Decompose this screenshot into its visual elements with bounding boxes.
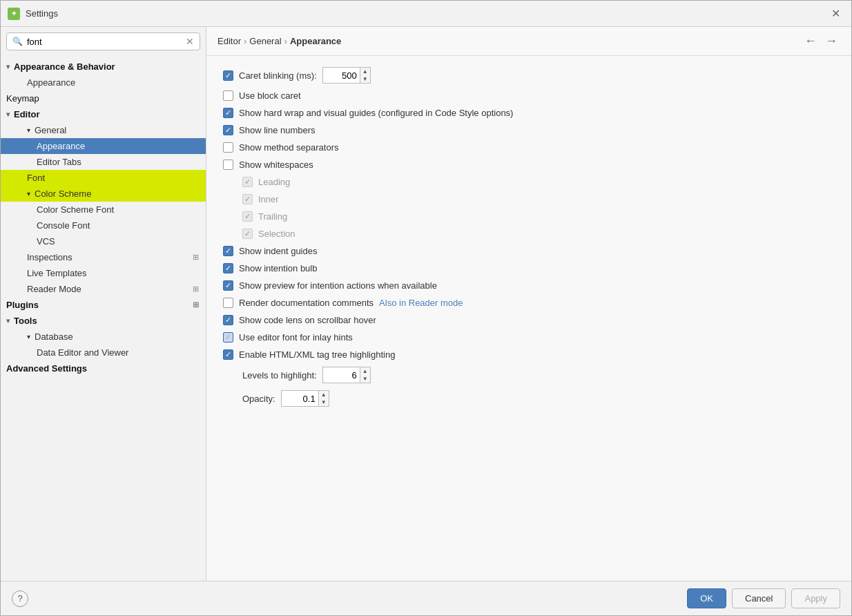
inner-row: Inner bbox=[223, 194, 835, 204]
spinbox-up-button[interactable]: ▲ bbox=[360, 68, 370, 75]
sidebar-item-tools[interactable]: ▾ Tools bbox=[1, 313, 206, 329]
main-panel: Editor › General › Appearance ← → Caret … bbox=[206, 27, 851, 581]
show-hard-wrap-label: Show hard wrap and visual guides (config… bbox=[239, 108, 513, 118]
breadcrumb-general: General bbox=[249, 36, 281, 46]
use-editor-font-checkbox[interactable] bbox=[223, 332, 233, 343]
sidebar-item-appearance[interactable]: Appearance bbox=[1, 75, 206, 90]
spinbox-arrows: ▲ ▼ bbox=[360, 67, 371, 84]
spinbox-up-button[interactable]: ▲ bbox=[319, 391, 329, 398]
sidebar-item-label: Database bbox=[35, 331, 73, 342]
render-documentation-checkbox[interactable] bbox=[223, 298, 233, 308]
spinbox-down-button[interactable]: ▼ bbox=[360, 375, 370, 383]
show-code-lens-checkbox[interactable] bbox=[223, 315, 233, 325]
sidebar-item-label: Color Scheme bbox=[35, 189, 91, 199]
show-preview-intention-label: Show preview for intention actions when … bbox=[239, 280, 437, 291]
caret-blinking-input[interactable] bbox=[322, 67, 360, 84]
levels-highlight-row: Levels to highlight: ▲ ▼ bbox=[223, 367, 835, 383]
selection-checkbox bbox=[242, 229, 253, 239]
reader-mode-link[interactable]: Also in Reader mode bbox=[379, 298, 463, 308]
show-indent-guides-checkbox[interactable] bbox=[223, 246, 233, 256]
sidebar-item-data-editor-viewer[interactable]: Data Editor and Viewer bbox=[1, 345, 206, 360]
sidebar-item-editor-tabs[interactable]: Editor Tabs bbox=[1, 154, 206, 170]
show-intention-bulb-checkbox[interactable] bbox=[223, 263, 233, 273]
spinbox-up-button[interactable]: ▲ bbox=[360, 367, 370, 375]
sidebar-item-keymap[interactable]: Keymap bbox=[1, 90, 206, 106]
search-clear-button[interactable]: ✕ bbox=[186, 36, 194, 47]
sidebar-item-font[interactable]: Font bbox=[1, 170, 206, 186]
show-line-numbers-row: Show line numbers bbox=[223, 125, 835, 135]
apply-button[interactable]: Apply bbox=[791, 588, 840, 608]
leading-checkbox bbox=[242, 177, 253, 187]
search-input[interactable] bbox=[27, 37, 182, 47]
caret-blinking-checkbox[interactable] bbox=[223, 70, 233, 81]
show-line-numbers-checkbox[interactable] bbox=[223, 125, 233, 135]
sidebar-item-label: General bbox=[35, 125, 66, 135]
show-indent-guides-row: Show indent guides bbox=[223, 246, 835, 256]
title-bar: ✦ Settings ✕ bbox=[1, 1, 851, 27]
sidebar-item-appearance-behavior[interactable]: ▾ Appearance & Behavior bbox=[1, 59, 206, 75]
sidebar-item-label: Color Scheme Font bbox=[37, 204, 114, 215]
sidebar-item-label: Appearance & Behavior bbox=[14, 61, 115, 72]
forward-button[interactable]: → bbox=[822, 32, 840, 50]
show-whitespaces-checkbox[interactable] bbox=[223, 160, 233, 170]
sidebar-item-reader-mode[interactable]: Reader Mode ⊞ bbox=[1, 281, 206, 297]
breadcrumb-sep-2: › bbox=[284, 36, 287, 46]
show-hard-wrap-checkbox[interactable] bbox=[223, 108, 233, 118]
show-whitespaces-label: Show whitespaces bbox=[239, 160, 313, 170]
nav-arrows: ← → bbox=[802, 32, 840, 50]
sidebar-item-label: VCS bbox=[37, 236, 55, 247]
expand-arrow: ▾ bbox=[6, 63, 10, 70]
use-block-caret-checkbox[interactable] bbox=[223, 90, 233, 101]
expand-icon: ▾ bbox=[27, 190, 30, 198]
sidebar-item-color-scheme[interactable]: ▾ Color Scheme bbox=[1, 186, 206, 202]
back-button[interactable]: ← bbox=[802, 32, 820, 50]
sidebar-item-appearance-editor[interactable]: Appearance bbox=[1, 138, 206, 154]
selection-row: Selection bbox=[223, 229, 835, 239]
opacity-input[interactable] bbox=[281, 390, 319, 407]
selection-label: Selection bbox=[258, 229, 295, 239]
sidebar-item-general[interactable]: ▾ General bbox=[1, 122, 206, 138]
spinbox-down-button[interactable]: ▼ bbox=[319, 398, 329, 406]
show-code-lens-label: Show code lens on scrollbar hover bbox=[239, 315, 376, 325]
show-intention-bulb-row: Show intention bulb bbox=[223, 263, 835, 273]
breadcrumb-current: Appearance bbox=[290, 36, 341, 46]
dialog-title: Settings bbox=[26, 8, 827, 19]
show-method-separators-checkbox[interactable] bbox=[223, 142, 233, 153]
sidebar-item-vcs[interactable]: VCS bbox=[1, 233, 206, 249]
use-editor-font-label: Use editor font for inlay hints bbox=[239, 332, 353, 343]
sidebar-item-plugins[interactable]: Plugins ⊞ bbox=[1, 297, 206, 313]
enable-html-xml-label: Enable HTML/XML tag tree highlighting bbox=[239, 349, 395, 360]
trailing-checkbox bbox=[242, 211, 253, 222]
sidebar-item-live-templates[interactable]: Live Templates bbox=[1, 265, 206, 281]
settings-icon: ⊞ bbox=[193, 285, 199, 293]
show-code-lens-row: Show code lens on scrollbar hover bbox=[223, 315, 835, 325]
search-icon: 🔍 bbox=[12, 37, 23, 46]
show-whitespaces-row: Show whitespaces bbox=[223, 160, 835, 170]
expand-icon: ▾ bbox=[27, 333, 30, 340]
show-preview-intention-checkbox[interactable] bbox=[223, 280, 233, 291]
sidebar-item-advanced-settings[interactable]: Advanced Settings bbox=[1, 360, 206, 376]
sidebar-item-console-font[interactable]: Console Font bbox=[1, 218, 206, 233]
nav-tree: ▾ Appearance & Behavior Appearance Keyma… bbox=[1, 56, 206, 581]
show-hard-wrap-row: Show hard wrap and visual guides (config… bbox=[223, 108, 835, 118]
ok-button[interactable]: OK bbox=[687, 588, 726, 608]
breadcrumb-editor: Editor bbox=[217, 36, 241, 46]
show-line-numbers-label: Show line numbers bbox=[239, 125, 316, 135]
sidebar-item-editor[interactable]: ▾ Editor bbox=[1, 106, 206, 122]
render-documentation-label: Render documentation comments bbox=[239, 298, 374, 308]
help-button[interactable]: ? bbox=[12, 590, 28, 607]
sidebar-item-database[interactable]: ▾ Database bbox=[1, 329, 206, 345]
spinbox-down-button[interactable]: ▼ bbox=[360, 75, 370, 83]
cancel-button[interactable]: Cancel bbox=[732, 588, 786, 608]
footer-left: ? bbox=[12, 590, 28, 607]
opacity-row: Opacity: ▲ ▼ bbox=[223, 390, 835, 407]
enable-html-xml-checkbox[interactable] bbox=[223, 349, 233, 360]
content-area: 🔍 ✕ ▾ Appearance & Behavior Appearance K… bbox=[1, 27, 851, 581]
spinbox-arrows: ▲ ▼ bbox=[319, 390, 329, 407]
sidebar-item-color-scheme-font[interactable]: Color Scheme Font bbox=[1, 202, 206, 218]
close-button[interactable]: ✕ bbox=[827, 6, 844, 21]
sidebar-item-inspections[interactable]: Inspections ⊞ bbox=[1, 249, 206, 265]
expand-icon: ▾ bbox=[27, 126, 30, 134]
levels-highlight-input[interactable] bbox=[322, 367, 360, 383]
caret-blinking-label: Caret blinking (ms): bbox=[239, 70, 317, 81]
